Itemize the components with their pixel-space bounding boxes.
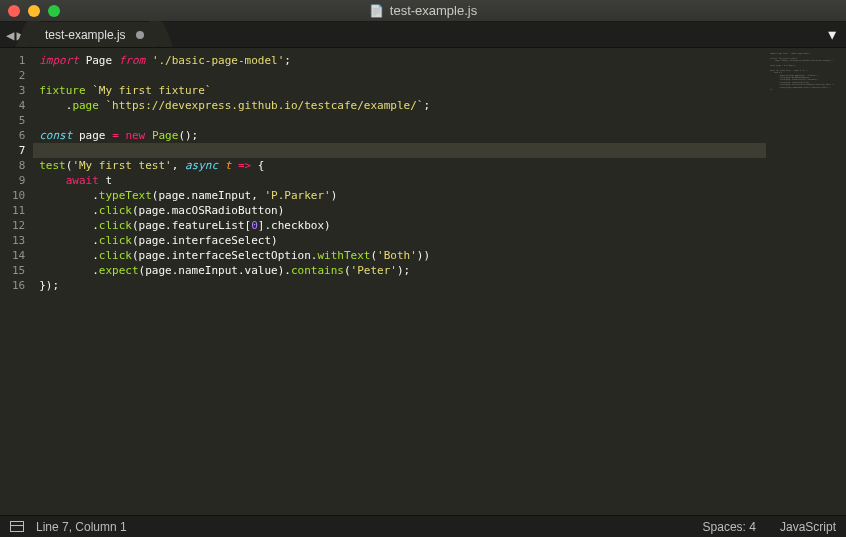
- window-title-bar: 📄 test-example.js: [0, 0, 846, 22]
- line-number[interactable]: 7: [12, 143, 25, 158]
- code-line[interactable]: .click(page.interfaceSelect): [33, 233, 766, 248]
- line-number[interactable]: 2: [12, 68, 25, 83]
- line-number[interactable]: 13: [12, 233, 25, 248]
- tab-label: test-example.js: [45, 28, 126, 42]
- code-line[interactable]: [33, 143, 766, 158]
- traffic-lights: [0, 5, 60, 17]
- minimize-window-button[interactable]: [28, 5, 40, 17]
- code-line[interactable]: .click(page.featureList[0].checkbox): [33, 218, 766, 233]
- cursor-position[interactable]: Line 7, Column 1: [36, 520, 127, 534]
- code-editor[interactable]: import Page from './basic-page-model'; f…: [33, 48, 766, 515]
- indentation-setting[interactable]: Spaces: 4: [703, 520, 756, 534]
- document-icon: 📄: [369, 4, 384, 18]
- minimap[interactable]: import Page from './basic-page-model'; f…: [766, 48, 846, 515]
- code-line[interactable]: .page `https://devexpress.github.io/test…: [33, 98, 766, 113]
- code-line[interactable]: });: [33, 278, 766, 293]
- panel-switcher-icon[interactable]: [10, 521, 24, 532]
- tab-bar: ◀ ▶ test-example.js ▼: [0, 22, 846, 48]
- line-number-gutter[interactable]: 12345678910111213141516: [0, 48, 33, 515]
- code-line[interactable]: .typeText(page.nameInput, 'P.Parker'): [33, 188, 766, 203]
- line-number[interactable]: 11: [12, 203, 25, 218]
- tab-test-example[interactable]: test-example.js: [31, 22, 158, 47]
- line-number[interactable]: 9: [12, 173, 25, 188]
- editor-area: 12345678910111213141516 import Page from…: [0, 48, 846, 515]
- code-line[interactable]: const page = new Page();: [33, 128, 766, 143]
- code-line[interactable]: [33, 68, 766, 83]
- line-number[interactable]: 10: [12, 188, 25, 203]
- close-window-button[interactable]: [8, 5, 20, 17]
- language-mode[interactable]: JavaScript: [780, 520, 836, 534]
- line-number[interactable]: 3: [12, 83, 25, 98]
- code-line[interactable]: .click(page.macOSRadioButton): [33, 203, 766, 218]
- code-line[interactable]: test('My first test', async t => {: [33, 158, 766, 173]
- line-number[interactable]: 4: [12, 98, 25, 113]
- status-bar: Line 7, Column 1 Spaces: 4 JavaScript: [0, 515, 846, 537]
- window-title-text: test-example.js: [390, 3, 477, 18]
- code-line[interactable]: fixture `My first fixture`: [33, 83, 766, 98]
- chevron-down-icon: ▼: [828, 27, 836, 42]
- line-number[interactable]: 5: [12, 113, 25, 128]
- line-number[interactable]: 15: [12, 263, 25, 278]
- line-number[interactable]: 8: [12, 158, 25, 173]
- code-line[interactable]: .expect(page.nameInput.value).contains('…: [33, 263, 766, 278]
- code-line[interactable]: [33, 113, 766, 128]
- code-line[interactable]: await t: [33, 173, 766, 188]
- nav-back-icon[interactable]: ◀: [6, 27, 14, 43]
- line-number[interactable]: 12: [12, 218, 25, 233]
- line-number[interactable]: 14: [12, 248, 25, 263]
- line-number[interactable]: 6: [12, 128, 25, 143]
- dirty-indicator-icon: [136, 31, 144, 39]
- window-title: 📄 test-example.js: [369, 3, 477, 18]
- code-line[interactable]: .click(page.interfaceSelectOption.withTe…: [33, 248, 766, 263]
- tab-overflow-button[interactable]: ▼: [818, 22, 846, 47]
- line-number[interactable]: 1: [12, 53, 25, 68]
- line-number[interactable]: 16: [12, 278, 25, 293]
- maximize-window-button[interactable]: [48, 5, 60, 17]
- code-line[interactable]: import Page from './basic-page-model';: [33, 53, 766, 68]
